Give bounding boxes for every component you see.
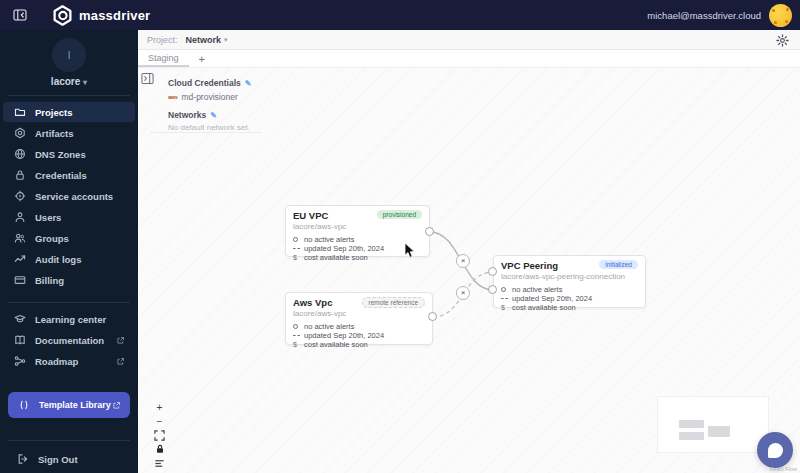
networks-empty-text: No default network set.: [168, 123, 368, 132]
cost-icon: $: [293, 254, 304, 261]
chat-bubble-icon: [768, 443, 783, 458]
sidebar-item-label: Learning center: [35, 314, 106, 325]
users-group-icon: [13, 232, 26, 245]
node-aws-vpc[interactable]: Aws Vpc remote reference lacore/aws-vpc …: [285, 292, 433, 345]
sidebar-collapse-button[interactable]: [12, 7, 28, 23]
minimap[interactable]: [657, 396, 769, 453]
divider: [8, 440, 130, 441]
template-library-label: Template Library: [39, 400, 111, 410]
node-bundle-path: lacore/aws-vpc: [293, 309, 425, 318]
cost-text: cost available soon: [304, 340, 368, 349]
sign-out-button[interactable]: Sign Out: [6, 449, 138, 469]
chevron-down-icon: ▾: [224, 36, 228, 44]
edit-pencil-icon[interactable]: ✎: [210, 111, 217, 120]
sidebar-item-projects[interactable]: Projects: [3, 102, 135, 122]
lock-filled-icon: [155, 444, 165, 454]
sidebar-item-service-accounts[interactable]: Service accounts: [3, 186, 135, 206]
zoom-in-button[interactable]: +: [152, 400, 167, 414]
node-output-handle[interactable]: [428, 312, 437, 321]
project-label: Project:: [147, 35, 178, 45]
cost-icon: $: [293, 341, 304, 348]
alerts-icon: [293, 324, 304, 329]
alerts-text: no active alerts: [304, 235, 354, 244]
status-badge-provisioned: provisioned: [377, 210, 422, 219]
folder-icon: [13, 106, 26, 119]
config-panel-toggle-button[interactable]: [141, 71, 154, 84]
sidebar-item-documentation[interactable]: Documentation: [3, 330, 135, 350]
project-name: Network: [186, 35, 222, 45]
sidebar-item-billing[interactable]: Billing: [3, 270, 135, 290]
activity-line-icon: [13, 253, 26, 266]
sidebar-item-audit-logs[interactable]: Audit logs: [3, 249, 135, 269]
chevron-down-icon: ▾: [83, 78, 87, 87]
topbar: massdriver michael@massdriver.cloud: [0, 0, 800, 30]
alerts-text: no active alerts: [512, 285, 562, 294]
external-link-icon: [116, 336, 125, 345]
node-input-handle[interactable]: [488, 285, 497, 294]
status-badge-remote-reference: remote reference: [362, 297, 426, 308]
node-bundle-path: lacore/aws-vpc: [293, 222, 422, 231]
disconnect-edge-button[interactable]: ×: [456, 286, 470, 300]
add-environment-button[interactable]: +: [189, 50, 215, 67]
credit-card-icon: [13, 274, 26, 287]
node-title: EU VPC: [293, 210, 328, 221]
provisioner-name: md-provisioner: [182, 92, 238, 102]
updated-icon: [293, 335, 304, 336]
sign-out-label: Sign Out: [38, 454, 78, 465]
sidebar-item-users[interactable]: Users: [3, 207, 135, 227]
sidebar: l lacore ▾ Projects Artifacts DNS Zones …: [0, 30, 138, 473]
project-selector[interactable]: Network: [186, 35, 222, 45]
sidebar-item-dns-zones[interactable]: DNS Zones: [3, 144, 135, 164]
book-icon: [13, 334, 26, 347]
code-brackets-icon: [17, 399, 30, 412]
alerts-icon: [293, 237, 304, 242]
template-library-button[interactable]: Template Library: [8, 392, 130, 418]
lock-toggle-button[interactable]: [152, 442, 167, 456]
node-vpc-peering[interactable]: VPC Peering initialized lacore/aws-vpc-p…: [493, 255, 646, 308]
sidebar-item-label: Roadmap: [35, 356, 78, 367]
chat-widget-button[interactable]: [757, 432, 793, 468]
project-config-panel: Cloud Credentials✎ awsmd-provisioner Net…: [168, 78, 368, 132]
sidebar-item-label: Audit logs: [35, 254, 81, 265]
edit-pencil-icon[interactable]: ✎: [245, 79, 252, 88]
node-title: Aws Vpc: [293, 297, 332, 308]
sidebar-item-groups[interactable]: Groups: [3, 228, 135, 248]
settings-gear-button[interactable]: [776, 33, 790, 47]
reactflow-attribution: React Flow: [769, 466, 797, 472]
node-output-handle[interactable]: [425, 227, 434, 236]
align-lines-icon: [154, 458, 165, 469]
artifact-nut-icon: [13, 127, 26, 140]
mouse-cursor: [404, 243, 417, 259]
brand-name: massdriver: [79, 8, 150, 23]
sidebar-item-label: Documentation: [35, 335, 104, 346]
divider: [8, 95, 130, 96]
sidebar-item-label: Projects: [35, 107, 73, 118]
auto-layout-button[interactable]: [152, 456, 167, 470]
updated-icon: [501, 298, 512, 299]
panel-expand-icon: [141, 72, 154, 85]
zoom-out-button[interactable]: −: [152, 414, 167, 428]
diagram-canvas[interactable]: Cloud Credentials✎ awsmd-provisioner Net…: [138, 68, 800, 473]
target-icon: [13, 190, 26, 203]
environment-tabs: Staging +: [138, 50, 800, 68]
tab-staging[interactable]: Staging: [138, 50, 189, 67]
node-bundle-path: lacore/aws-vpc-peering-connection: [501, 272, 638, 281]
org-switcher[interactable]: l lacore ▾: [0, 38, 138, 87]
status-badge-initialized: initialized: [599, 260, 638, 269]
fit-view-button[interactable]: [152, 428, 167, 442]
user-avatar[interactable]: [769, 4, 792, 27]
sidebar-item-label: Service accounts: [35, 191, 113, 202]
sidebar-item-learning-center[interactable]: Learning center: [3, 309, 135, 329]
sidebar-item-credentials[interactable]: Credentials: [3, 165, 135, 185]
updated-text: updated Sep 20th, 2024: [304, 244, 384, 253]
brand-logo[interactable]: massdriver: [52, 5, 150, 26]
sidebar-item-roadmap[interactable]: Roadmap: [3, 351, 135, 371]
cost-text: cost available soon: [304, 253, 368, 262]
networks-label: Networks: [168, 110, 206, 120]
sign-out-icon: [16, 453, 29, 466]
disconnect-edge-button[interactable]: ×: [456, 254, 470, 268]
sidebar-item-artifacts[interactable]: Artifacts: [3, 123, 135, 143]
node-input-handle[interactable]: [488, 267, 497, 276]
graduation-cap-icon: [13, 313, 26, 326]
cost-icon: $: [501, 304, 512, 311]
